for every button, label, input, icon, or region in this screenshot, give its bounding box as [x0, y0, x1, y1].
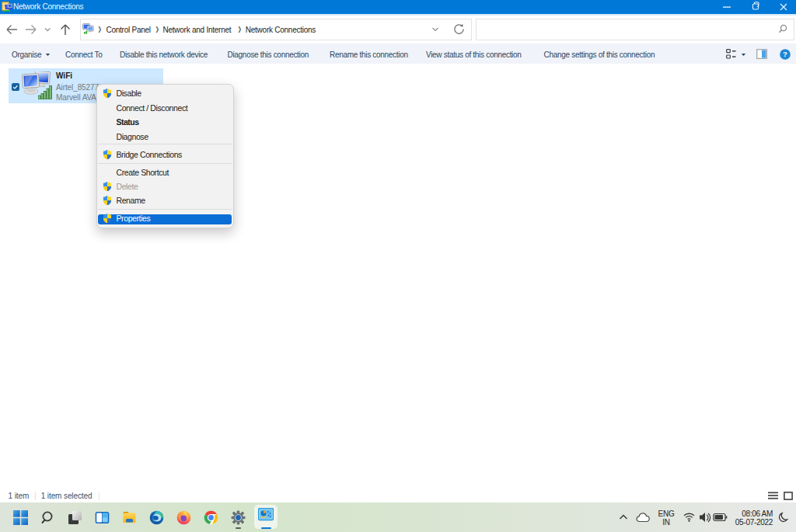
svg-text:?: ?	[783, 50, 787, 58]
